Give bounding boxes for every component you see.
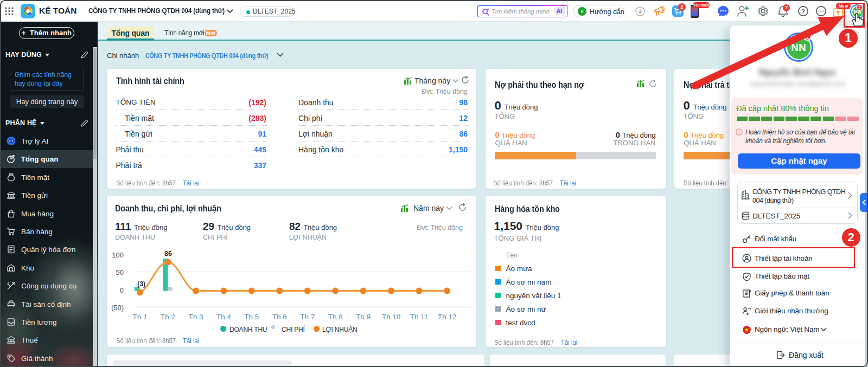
svg-text:86: 86 [164,250,172,257]
svg-text:Th 8: Th 8 [328,313,343,321]
svg-text:Th 6: Th 6 [272,313,287,321]
svg-text:(3): (3) [137,280,145,288]
svg-text:Th 3: Th 3 [188,313,203,321]
svg-text:(50): (50) [111,304,124,312]
svg-text:50: 50 [116,268,124,276]
svg-text:Th 2: Th 2 [161,313,175,321]
svg-text:Th 1: Th 1 [132,313,147,321]
svg-text:Th 9: Th 9 [356,313,371,321]
svg-text:100: 100 [112,251,124,259]
svg-text:Th 5: Th 5 [244,313,259,321]
svg-text:0: 0 [120,286,124,294]
svg-text:Th 10: Th 10 [382,313,401,321]
svg-text:Th 7: Th 7 [300,313,315,321]
svg-text:Th 11: Th 11 [410,313,429,321]
svg-text:Th 12: Th 12 [438,313,457,321]
svg-text:Th 4: Th 4 [216,313,232,321]
svg-text:?: ? [801,8,805,15]
